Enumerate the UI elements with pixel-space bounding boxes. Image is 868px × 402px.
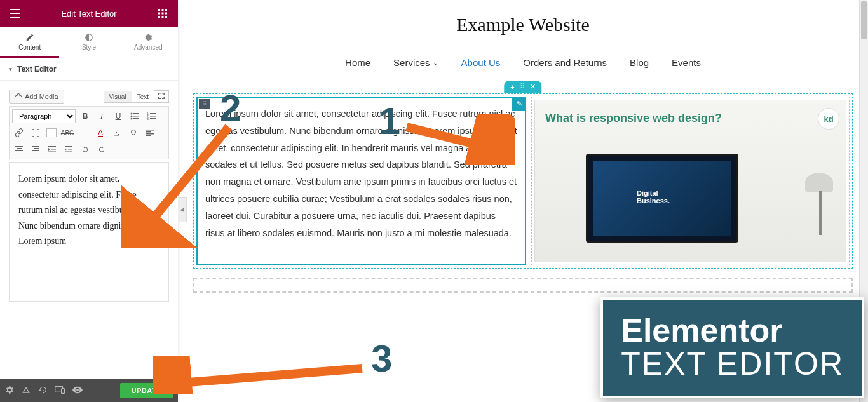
svg-rect-47 [65,152,72,153]
italic-button[interactable]: I [93,108,110,124]
redo-button[interactable] [93,141,110,157]
kd-logo: kd [818,108,839,130]
svg-line-52 [165,368,362,384]
svg-rect-6 [158,16,160,18]
strikethrough-button[interactable]: ABC [59,124,76,141]
svg-rect-40 [32,150,39,151]
svg-rect-41 [34,152,39,152]
drag-section-icon[interactable]: ⠿ [520,83,525,91]
svg-rect-37 [17,152,22,152]
arrow-2 [121,114,241,248]
chevron-down-icon: ⌄ [433,58,438,67]
svg-line-51 [407,127,496,149]
svg-rect-39 [34,148,39,149]
svg-rect-15 [158,97,159,99]
nav-services[interactable]: Services⌄ [393,57,438,68]
panel-tabs: Content Style Advanced [0,27,178,58]
svg-rect-1 [161,9,163,11]
delete-section-icon[interactable]: ✕ [530,83,536,91]
annotation-3: 3 [371,337,392,380]
edit-widget-icon[interactable]: ✎ [512,97,526,111]
svg-line-50 [140,127,229,235]
annotation-2: 2 [220,86,241,130]
navigator-icon[interactable] [22,385,31,396]
svg-rect-46 [68,149,72,150]
svg-rect-8 [165,16,167,18]
title-badge: Elementor TEXT EDITOR [600,297,864,398]
settings-icon[interactable] [5,385,14,396]
svg-rect-36 [15,150,23,151]
svg-rect-13 [164,93,165,95]
svg-rect-3 [158,13,160,15]
responsive-icon[interactable] [55,386,65,396]
panel-header: Edit Text Editor [0,0,178,27]
svg-rect-11 [158,93,159,95]
nav-events[interactable]: Events [672,57,701,68]
add-section-icon[interactable]: + [510,83,514,91]
svg-rect-5 [165,13,167,15]
add-media-button[interactable]: Add Media [9,90,64,104]
svg-rect-34 [15,146,23,147]
svg-rect-35 [17,148,22,149]
panel-footer: UPDATE [0,379,178,402]
site-nav: Home Services⌄ About Us Orders and Retur… [178,57,868,68]
devices-illustration: Digital Business. [548,147,833,255]
preview-icon[interactable] [72,386,83,396]
svg-rect-0 [158,9,160,11]
distraction-free-icon[interactable] [154,90,169,103]
text-color-button[interactable]: A [92,124,109,141]
tab-style[interactable]: Style [59,27,118,58]
align-center-button[interactable] [11,141,27,157]
svg-rect-17 [164,97,165,99]
nav-home[interactable]: Home [345,57,370,68]
svg-rect-4 [161,13,163,15]
svg-rect-2 [165,9,167,11]
widgets-grid-icon[interactable] [153,3,173,23]
paragraph-select[interactable]: Paragraph [12,109,76,123]
section-text-editor[interactable]: Text Editor [0,58,178,81]
undo-button[interactable] [77,141,93,157]
nav-blog[interactable]: Blog [630,57,649,68]
svg-rect-38 [32,146,39,147]
image-headline: What is responsive web design? [545,112,722,125]
outdent-button[interactable] [44,141,60,157]
arrow-3 [153,356,369,394]
text-color-swatch[interactable] [46,128,57,137]
menu-icon[interactable] [5,3,25,23]
history-icon[interactable] [38,385,47,396]
image-widget[interactable]: What is responsive web design? kd Digita… [531,97,850,265]
svg-rect-44 [48,152,56,153]
svg-rect-43 [51,149,56,150]
site-title: Example Website [178,14,868,36]
svg-rect-45 [65,146,72,147]
fullscreen-button[interactable] [27,124,44,141]
align-right-button[interactable] [27,141,44,157]
arrow-1 [400,114,515,165]
nav-orders[interactable]: Orders and Returns [523,57,607,68]
link-button[interactable] [11,124,27,141]
column-grip-icon[interactable]: ⠿ [199,99,210,109]
svg-rect-42 [48,146,56,147]
tab-content[interactable]: Content [0,27,59,58]
bold-button[interactable]: B [77,108,93,124]
add-section-drop[interactable] [193,278,853,293]
section-handle[interactable]: + ⠿ ✕ [504,81,541,93]
panel-title: Edit Text Editor [61,9,116,18]
tab-advanced[interactable]: Advanced [119,27,178,58]
visual-tab[interactable]: Visual [104,91,132,103]
nav-about[interactable]: About Us [461,57,501,68]
indent-button[interactable] [60,141,77,157]
svg-rect-49 [62,389,65,393]
annotation-1: 1 [379,99,400,143]
svg-rect-7 [161,16,163,18]
hr-button[interactable]: — [76,124,92,141]
text-tab[interactable]: Text [132,91,154,103]
